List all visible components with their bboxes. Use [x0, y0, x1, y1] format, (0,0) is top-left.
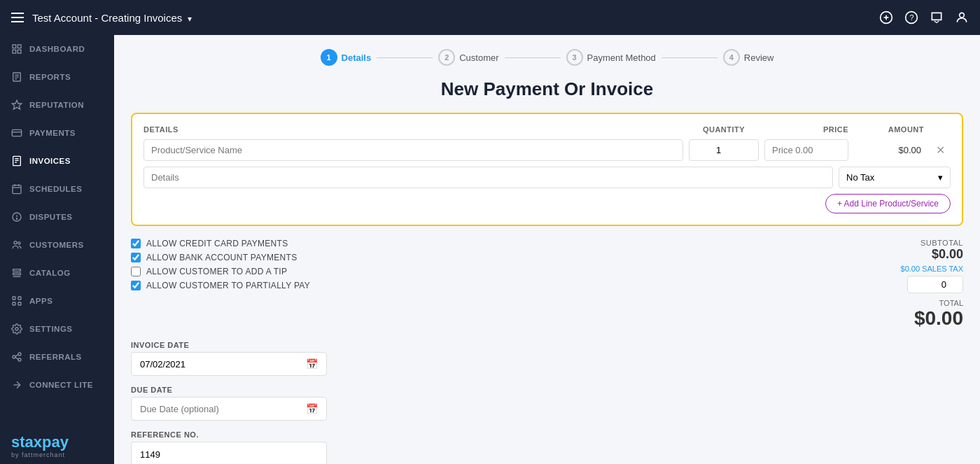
- checkboxes: ALLOW CREDIT CARD PAYMENTS ALLOW BANK AC…: [131, 239, 310, 290]
- svg-rect-6: [13, 45, 16, 48]
- svg-point-38: [18, 358, 21, 361]
- stepper: 1 Details 2 Customer 3 Payment Method 4 …: [131, 49, 963, 66]
- invoice-date-section: INVOICE DATE 📅: [131, 341, 963, 376]
- line-item-main-row: $0.00 ✕: [144, 139, 951, 161]
- svg-point-27: [16, 218, 17, 219]
- ref-no-section: REFERENCE NO.: [131, 430, 963, 464]
- col-header-details: DETAILS: [144, 125, 683, 134]
- sidebar-item-settings[interactable]: SETTINGS: [0, 315, 114, 343]
- plus-icon[interactable]: [879, 10, 893, 24]
- step-3[interactable]: 3 Payment Method: [566, 49, 656, 66]
- sidebar-item-dashboard[interactable]: DASHBOARD: [0, 35, 114, 63]
- total-label: TOTAL: [858, 299, 963, 307]
- svg-line-40: [15, 358, 18, 360]
- line-item-detail-row: No Tax ▾: [144, 167, 951, 188]
- svg-point-28: [14, 241, 17, 244]
- invoice-date-wrapper[interactable]: 📅: [131, 352, 327, 376]
- sidebar-bottom: staxpay by fattmerchant: [0, 425, 114, 464]
- checkbox-credit-card[interactable]: ALLOW CREDIT CARD PAYMENTS: [131, 239, 310, 248]
- due-calendar-icon: 📅: [306, 403, 318, 414]
- line-items-header: DETAILS QUANTITY PRICE AMOUNT: [144, 125, 951, 134]
- svg-point-35: [15, 328, 18, 330]
- step-2[interactable]: 2 Customer: [438, 49, 498, 66]
- sidebar-item-apps[interactable]: APPS: [0, 287, 114, 315]
- sidebar-item-payments[interactable]: PAYMENTS: [0, 119, 114, 147]
- sidebar-item-referrals[interactable]: REFERRALS: [0, 343, 114, 371]
- nav-title: Test Account - Creating Invoices ▾: [32, 12, 192, 24]
- remove-line-button[interactable]: ✕: [930, 142, 951, 158]
- sidebar-label-connect-lite: CONNECT LITE: [29, 381, 93, 389]
- svg-marker-14: [12, 100, 21, 109]
- staxpay-sub: by fattmerchant: [11, 451, 103, 458]
- step-circle-3: 3: [566, 49, 583, 66]
- sidebar: DASHBOARD REPORTS REPUTATION PAYMENTS IN…: [0, 35, 114, 464]
- chat-icon[interactable]: [930, 10, 944, 24]
- sidebar-item-reputation[interactable]: REPUTATION: [0, 91, 114, 119]
- product-name-input[interactable]: [144, 139, 683, 161]
- totals-section: SUBTOTAL $0.00 $0.00 SALES TAX TOTAL $0.…: [858, 239, 963, 330]
- sidebar-label-referrals: REFERRALS: [29, 353, 82, 361]
- svg-rect-15: [12, 129, 21, 136]
- sidebar-item-reports[interactable]: REPORTS: [0, 63, 114, 91]
- step-4[interactable]: 4 Review: [723, 49, 774, 66]
- sidebar-item-customers[interactable]: CUSTOMERS: [0, 231, 114, 259]
- sidebar-label-dashboard: DASHBOARD: [29, 45, 85, 53]
- tax-input[interactable]: [907, 276, 963, 293]
- price-input[interactable]: [764, 139, 848, 161]
- svg-rect-32: [18, 297, 21, 300]
- sales-tax-link[interactable]: $0.00 SALES TAX: [901, 265, 963, 273]
- sidebar-label-settings: SETTINGS: [29, 325, 73, 333]
- sidebar-label-catalog: CATALOG: [29, 269, 71, 277]
- svg-rect-7: [18, 45, 21, 48]
- due-date-wrapper[interactable]: 📅: [131, 397, 327, 421]
- step-line-1: [377, 57, 433, 58]
- sidebar-item-schedules[interactable]: SCHEDULES: [0, 175, 114, 203]
- due-date-input[interactable]: [140, 404, 306, 414]
- credit-card-checkbox[interactable]: [131, 239, 141, 248]
- checkbox-bank-account[interactable]: ALLOW BANK ACCOUNT PAYMENTS: [131, 253, 310, 262]
- svg-rect-8: [13, 50, 16, 53]
- options-section: ALLOW CREDIT CARD PAYMENTS ALLOW BANK AC…: [131, 239, 963, 330]
- staxpay-logo: staxpay: [11, 433, 103, 451]
- checkbox-add-tip[interactable]: ALLOW CUSTOMER TO ADD A TIP: [131, 267, 310, 276]
- bank-account-checkbox[interactable]: [131, 253, 141, 262]
- sidebar-item-catalog[interactable]: CATALOG: [0, 259, 114, 287]
- step-label-4: Review: [744, 52, 774, 63]
- sidebar-item-invoices[interactable]: INVOICES: [0, 147, 114, 175]
- subtotal-label: SUBTOTAL: [858, 239, 963, 247]
- details-input[interactable]: [144, 167, 833, 188]
- add-line-button[interactable]: + Add Line Product/Service: [825, 194, 951, 213]
- step-1[interactable]: 1 Details: [321, 49, 372, 66]
- partial-pay-checkbox[interactable]: [131, 281, 141, 290]
- step-label-1: Details: [342, 52, 372, 63]
- step-circle-1: 1: [321, 49, 337, 66]
- hamburger-menu[interactable]: [11, 13, 24, 22]
- ref-no-label: REFERENCE NO.: [131, 430, 963, 439]
- svg-rect-31: [13, 297, 15, 300]
- invoice-date-input[interactable]: [140, 359, 306, 370]
- sidebar-item-connect-lite[interactable]: CONNECT LITE: [0, 371, 114, 399]
- col-header-price: PRICE: [764, 125, 848, 134]
- ref-no-input[interactable]: [131, 442, 327, 464]
- help-icon[interactable]: ?: [904, 10, 918, 24]
- svg-line-39: [15, 355, 18, 357]
- sidebar-label-reports: REPORTS: [29, 73, 71, 81]
- due-date-section: DUE DATE 📅: [131, 386, 963, 421]
- subtotal-value: $0.00: [858, 247, 963, 262]
- sidebar-item-disputes[interactable]: DISPUTES: [0, 203, 114, 231]
- svg-point-29: [18, 242, 20, 244]
- svg-point-5: [960, 13, 965, 17]
- col-header-amount: AMOUNT: [854, 125, 924, 134]
- tax-select[interactable]: No Tax ▾: [839, 167, 951, 188]
- quantity-input[interactable]: [689, 139, 759, 161]
- col-header-quantity: QUANTITY: [689, 125, 759, 134]
- sidebar-label-schedules: SCHEDULES: [29, 185, 82, 193]
- checkbox-partial-pay[interactable]: ALLOW CUSTOMER TO PARTIALLY PAY: [131, 281, 310, 290]
- add-tip-checkbox[interactable]: [131, 267, 141, 276]
- step-circle-4: 4: [723, 49, 740, 66]
- svg-rect-34: [18, 302, 21, 305]
- due-date-label: DUE DATE: [131, 386, 963, 394]
- svg-text:?: ?: [910, 13, 914, 22]
- line-items-card: DETAILS QUANTITY PRICE AMOUNT $0.00 ✕ No…: [131, 113, 963, 226]
- user-icon[interactable]: [955, 10, 969, 24]
